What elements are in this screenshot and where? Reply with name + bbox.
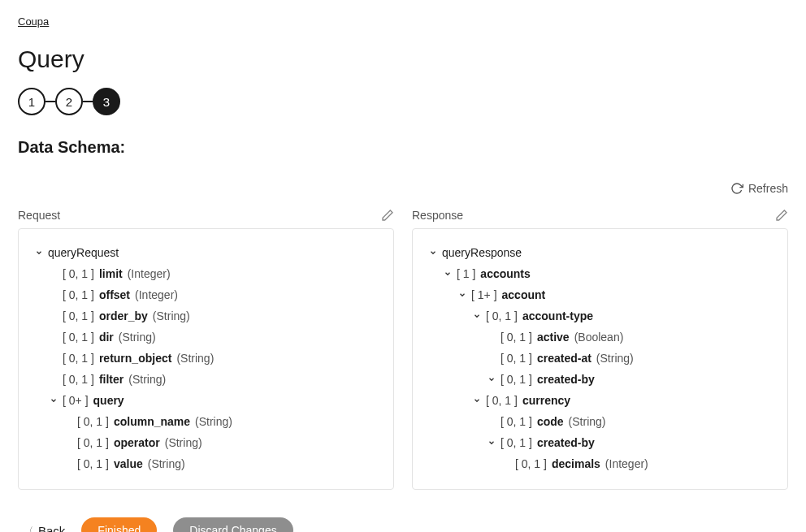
field-name: dir: [99, 329, 114, 346]
field-type: (String): [165, 435, 202, 452]
field-name: value: [114, 456, 143, 473]
chevron-down-icon[interactable]: [486, 375, 497, 383]
schema-field: [ 0, 1 ]return_object(String): [48, 348, 379, 369]
schema-field: [ 0, 1 ]currency: [471, 390, 773, 411]
cardinality: [ 0, 1 ]: [500, 371, 532, 388]
cardinality: [ 0, 1 ]: [77, 435, 109, 452]
schema-field: [ 0, 1 ]order_by(String): [48, 305, 379, 327]
field-name: active: [537, 329, 570, 346]
field-name: account-type: [522, 308, 593, 325]
chevron-down-icon[interactable]: [471, 312, 483, 320]
field-name: created-at: [537, 350, 592, 367]
cardinality: [ 1 ]: [457, 266, 475, 283]
cardinality: [ 0, 1 ]: [486, 392, 518, 409]
field-name: limit: [99, 266, 123, 283]
chevron-down-icon[interactable]: [48, 396, 59, 404]
pencil-icon[interactable]: [775, 209, 788, 222]
chevron-down-icon[interactable]: [471, 396, 483, 404]
schema-field: [ 0, 1 ]limit(Integer): [48, 263, 379, 284]
cardinality: [ 0, 1 ]: [77, 413, 109, 430]
schema-field: [ 0, 1 ]active(Boolean): [486, 327, 773, 348]
cardinality: [ 0, 1 ]: [63, 350, 94, 367]
chevron-down-icon[interactable]: [33, 249, 45, 257]
schema-root: queryRequest: [33, 242, 379, 263]
cardinality: [ 0, 1 ]: [500, 435, 532, 452]
field-name: created-by: [537, 435, 595, 452]
chevron-down-icon[interactable]: [442, 270, 453, 278]
breadcrumb-link[interactable]: Coupa: [18, 15, 49, 28]
refresh-icon: [730, 182, 743, 195]
section-title: Data Schema:: [18, 138, 788, 157]
chevron-down-icon[interactable]: [427, 249, 439, 257]
schema-field: [ 0, 1 ]created-by: [486, 369, 773, 390]
schema-field: [ 0, 1 ]offset(Integer): [48, 284, 379, 305]
cardinality: [ 0, 1 ]: [63, 266, 94, 283]
field-type: (Integer): [135, 287, 178, 304]
root-name: queryRequest: [48, 244, 119, 262]
field-type: (String): [153, 308, 190, 325]
cardinality: [ 0, 1 ]: [63, 329, 94, 346]
request-label: Request: [18, 209, 60, 222]
footer-actions: 〈 Back Finished Discard Changes: [18, 517, 788, 532]
step-1[interactable]: 1: [18, 88, 46, 115]
field-name: filter: [99, 371, 124, 388]
step-2[interactable]: 2: [55, 88, 83, 115]
field-name: account: [502, 287, 546, 304]
field-name: currency: [522, 392, 570, 409]
cardinality: [ 0, 1 ]: [63, 371, 94, 388]
cardinality: [ 0, 1 ]: [515, 456, 547, 473]
cardinality: [ 1+ ]: [471, 287, 497, 304]
cardinality: [ 0, 1 ]: [500, 350, 532, 367]
back-button[interactable]: 〈 Back: [24, 524, 65, 533]
schema-field: [ 0, 1 ]column_name(String): [63, 411, 379, 432]
cardinality: [ 0+ ]: [63, 392, 89, 409]
field-name: accounts: [480, 266, 530, 283]
finished-button[interactable]: Finished: [81, 517, 157, 532]
schema-field: [ 0, 1 ]code(String): [486, 411, 773, 432]
cardinality: [ 0, 1 ]: [500, 413, 532, 430]
stepper: 123: [18, 88, 788, 115]
pencil-icon[interactable]: [381, 209, 394, 222]
field-name: code: [537, 413, 564, 430]
response-panel: Refresh Response queryResponse[ 1 ]accou…: [412, 179, 788, 490]
schema-field: [ 0, 1 ]created-at(String): [486, 348, 773, 369]
field-name: created-by: [537, 371, 595, 388]
cardinality: [ 0, 1 ]: [63, 308, 94, 325]
field-type: (String): [596, 350, 634, 367]
discard-button[interactable]: Discard Changes: [173, 517, 292, 532]
step-connector: [46, 101, 55, 102]
root-name: queryResponse: [442, 244, 522, 262]
cardinality: [ 0, 1 ]: [486, 308, 518, 325]
chevron-down-icon[interactable]: [486, 439, 497, 447]
schema-field: [ 0, 1 ]account-type: [471, 305, 773, 327]
request-panel: Request queryRequest[ 0, 1 ]limit(Intege…: [18, 179, 394, 490]
field-type: (Integer): [605, 456, 648, 473]
field-type: (String): [128, 371, 166, 388]
field-name: order_by: [99, 308, 148, 325]
field-type: (String): [119, 329, 156, 346]
schema-field: [ 0, 1 ]filter(String): [48, 369, 379, 390]
page-title: Query: [18, 45, 788, 73]
schema-field: [ 1+ ]account: [457, 284, 773, 305]
chevron-down-icon[interactable]: [457, 291, 468, 299]
field-type: (Boolean): [574, 329, 624, 346]
field-type: (String): [148, 456, 185, 473]
response-schema-box: queryResponse[ 1 ]accounts[ 1+ ]account[…: [412, 228, 788, 490]
schema-field: [ 0, 1 ]value(String): [63, 453, 379, 474]
schema-field: [ 1 ]accounts: [442, 263, 773, 284]
field-name: decimals: [552, 456, 600, 473]
step-3[interactable]: 3: [93, 88, 120, 115]
schema-field: [ 0+ ]query: [48, 390, 379, 411]
response-label: Response: [412, 209, 463, 222]
refresh-button[interactable]: Refresh: [730, 179, 788, 197]
schema-field: [ 0, 1 ]decimals(Integer): [500, 453, 773, 474]
field-name: return_object: [99, 350, 171, 367]
field-type: (Integer): [128, 266, 171, 283]
refresh-label: Refresh: [748, 182, 788, 195]
field-name: column_name: [114, 413, 190, 430]
schema-field: [ 0, 1 ]dir(String): [48, 327, 379, 348]
field-type: (String): [195, 413, 232, 430]
cardinality: [ 0, 1 ]: [500, 329, 532, 346]
field-name: query: [93, 392, 124, 409]
cardinality: [ 0, 1 ]: [63, 287, 94, 304]
